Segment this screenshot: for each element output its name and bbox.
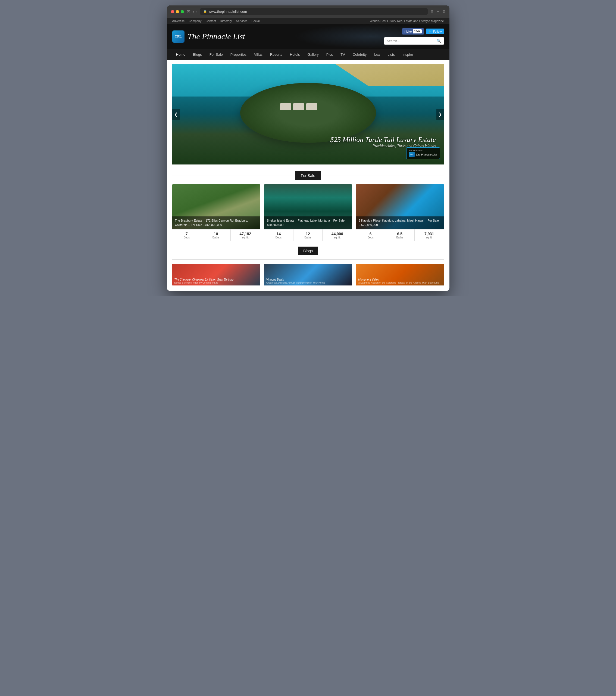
- nav-lists[interactable]: Lists: [384, 49, 399, 60]
- search-bar[interactable]: 🔍: [384, 37, 444, 45]
- blog-card-1[interactable]: The Chevrolet Chaparral 2X Vision Gran T…: [172, 264, 260, 285]
- property-beds-1: 7 Beds: [172, 230, 201, 241]
- website-content: Advertise Company Contact Directory Serv…: [167, 18, 450, 291]
- property-grid: The Bradbury Estate – 172 Bliss Canyon R…: [167, 184, 450, 241]
- sidebar-icon[interactable]: ⊡: [187, 9, 190, 14]
- topbar-link-contact[interactable]: Contact: [206, 19, 216, 22]
- new-tab-icon[interactable]: +: [437, 9, 439, 14]
- slider-next-button[interactable]: ❯: [436, 109, 444, 120]
- blogs-grid: The Chevrolet Chaparral 2X Vision Gran T…: [167, 264, 450, 291]
- nav-inspire[interactable]: Inspire: [399, 49, 417, 60]
- top-bar: Advertise Company Contact Directory Serv…: [167, 18, 450, 24]
- browser-window: ⊡ ‹ › 🔒 www.thepinnaclelist.com ⬆ + ⧉ Ad…: [167, 5, 450, 291]
- property-sqft-1: 47,182 sq. ft.: [231, 230, 260, 241]
- blog-card-3[interactable]: Monument Valley A Daunting Region of the…: [356, 264, 444, 285]
- header-right: f Like 134k 🐦 Follow 🔍: [384, 28, 444, 45]
- hero-badge: AS SEEN ON TPL The Pinnacle List: [406, 147, 440, 159]
- share-icon[interactable]: ⬆: [431, 9, 434, 14]
- property-beds-3: 6 Beds: [356, 230, 385, 241]
- nav-home[interactable]: Home: [172, 49, 189, 60]
- fb-icon: f: [404, 30, 405, 33]
- blog-card-2[interactable]: Virtuous Beats Create a Luxurious Acoust…: [264, 264, 352, 285]
- nav-celebrity[interactable]: Celebrity: [349, 49, 370, 60]
- tabs-icon[interactable]: ⧉: [443, 9, 445, 14]
- maximize-button[interactable]: [181, 10, 184, 13]
- property-caption-1: The Bradbury Estate – 172 Bliss Canyon R…: [172, 217, 260, 229]
- hero-slider: $25 Million Turtle Tail Luxury Estate Pr…: [172, 64, 444, 164]
- topbar-link-advertise[interactable]: Advertise: [172, 19, 185, 22]
- topbar-link-social[interactable]: Social: [252, 19, 260, 22]
- blog-caption-2: Virtuous Beats Create a Luxurious Acoust…: [266, 278, 350, 284]
- hero-building-3: [306, 103, 317, 110]
- blog-caption-3: Monument Valley A Daunting Region of the…: [358, 278, 441, 284]
- lock-icon: 🔒: [203, 10, 207, 13]
- topbar-link-directory[interactable]: Directory: [220, 19, 232, 22]
- property-beds-2: 14 Beds: [264, 230, 293, 241]
- nav-pics[interactable]: Pics: [323, 49, 337, 60]
- blog-image-1: The Chevrolet Chaparral 2X Vision Gran T…: [172, 264, 260, 285]
- property-baths-2: 12 Baths: [293, 230, 323, 241]
- blogs-section-header: Blogs: [167, 247, 450, 255]
- blog-caption-1: The Chevrolet Chaparral 2X Vision Gran T…: [175, 278, 258, 284]
- property-baths-3: 6.5 Baths: [385, 230, 415, 241]
- hero-buildings: [280, 103, 317, 110]
- nav-blogs[interactable]: Blogs: [189, 49, 206, 60]
- traffic-lights: [171, 10, 184, 13]
- browser-actions: ⬆ + ⧉: [431, 9, 445, 14]
- url-text: www.thepinnaclelist.com: [209, 10, 247, 14]
- search-input[interactable]: [384, 37, 434, 45]
- top-bar-links: Advertise Company Contact Directory Serv…: [172, 19, 260, 22]
- minimize-button[interactable]: [176, 10, 179, 13]
- nav-villas[interactable]: Villas: [250, 49, 266, 60]
- tw-follow-label: Follow: [433, 30, 442, 33]
- close-button[interactable]: [171, 10, 174, 13]
- browser-nav-arrows: ‹ ›: [193, 9, 197, 14]
- property-image-3: 3 Kapalua Place, Kapalua, Lahaina, Maui,…: [356, 184, 444, 229]
- nav-for-sale[interactable]: For Sale: [206, 49, 227, 60]
- property-stats-1: 7 Beds 10 Baths 47,182 sq. ft.: [172, 229, 260, 241]
- fb-count: 134k: [413, 29, 421, 33]
- arrow-right-icon: ❯: [438, 112, 442, 117]
- property-image-2: Shelter Island Estate – Flathead Lake, M…: [264, 184, 352, 229]
- hero-building-1: [280, 103, 291, 110]
- nav-hotels[interactable]: Hotels: [286, 49, 304, 60]
- property-card-1[interactable]: The Bradbury Estate – 172 Bliss Canyon R…: [172, 184, 260, 241]
- hero-title: $25 Million Turtle Tail Luxury Estate: [330, 136, 436, 144]
- for-sale-section-header: For Sale: [167, 171, 450, 180]
- twitter-follow-button[interactable]: 🐦 Follow: [426, 29, 444, 34]
- nav-resorts[interactable]: Resorts: [266, 49, 286, 60]
- topbar-link-services[interactable]: Services: [236, 19, 247, 22]
- fb-like-label: Like: [406, 30, 412, 33]
- logo-icon[interactable]: TPL: [172, 30, 184, 43]
- arrow-left-icon: ❮: [174, 112, 178, 117]
- badge-logo-text: The Pinnacle List: [416, 153, 437, 156]
- logo-initials: TPL: [175, 34, 181, 38]
- main-nav: Home Blogs For Sale Properties Villas Re…: [167, 49, 450, 60]
- for-sale-label: For Sale: [295, 171, 321, 180]
- property-caption-3: 3 Kapalua Place, Kapalua, Lahaina, Maui,…: [356, 217, 444, 229]
- hero-building-2: [293, 103, 304, 110]
- facebook-like-button[interactable]: f Like 134k: [402, 28, 424, 34]
- nav-gallery[interactable]: Gallery: [304, 49, 323, 60]
- nav-properties[interactable]: Properties: [227, 49, 250, 60]
- property-stats-3: 6 Beds 6.5 Baths 7,931 sq. ft.: [356, 229, 444, 241]
- nav-lux[interactable]: Lux: [370, 49, 384, 60]
- search-button[interactable]: 🔍: [434, 37, 444, 45]
- property-card-2[interactable]: Shelter Island Estate – Flathead Lake, M…: [264, 184, 352, 241]
- nav-tv[interactable]: TV: [337, 49, 349, 60]
- blog-image-3: Monument Valley A Daunting Region of the…: [356, 264, 444, 285]
- logo-text[interactable]: The Pinnacle List: [188, 32, 245, 41]
- site-header: TPL The Pinnacle List f Like 134k 🐦 Foll…: [167, 24, 450, 49]
- property-card-3[interactable]: 3 Kapalua Place, Kapalua, Lahaina, Maui,…: [356, 184, 444, 241]
- slider-prev-button[interactable]: ❮: [172, 109, 180, 120]
- blogs-label: Blogs: [298, 247, 318, 255]
- back-button[interactable]: ‹: [193, 9, 195, 14]
- forward-button[interactable]: ›: [196, 9, 197, 14]
- property-baths-1: 10 Baths: [201, 230, 231, 241]
- logo-area: TPL The Pinnacle List: [172, 30, 245, 43]
- blog-image-2: Virtuous Beats Create a Luxurious Acoust…: [264, 264, 352, 285]
- topbar-link-company[interactable]: Company: [189, 19, 201, 22]
- tagline: World's Best Luxury Real Estate and Life…: [370, 19, 444, 22]
- address-bar[interactable]: 🔒 www.thepinnaclelist.com: [200, 8, 428, 15]
- hero-caption: $25 Million Turtle Tail Luxury Estate Pr…: [330, 136, 436, 148]
